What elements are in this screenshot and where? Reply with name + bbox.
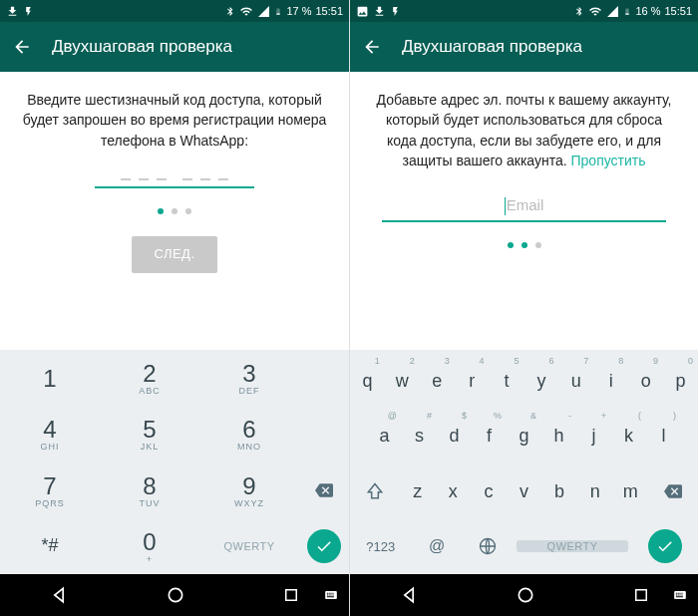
pin-input[interactable] [95, 178, 254, 188]
key-g[interactable]: &g [507, 409, 541, 463]
battery-pct: 16 % [635, 5, 660, 17]
key-h[interactable]: -h [541, 409, 576, 463]
page-title: Двухшаговая проверка [52, 37, 232, 57]
image-icon [356, 5, 369, 18]
qwerty-keyboard: 1q2w3e4r5t6y7u8i9o0p @a#s$d%f&g-h+j(k)l … [350, 350, 698, 574]
bolt-icon [23, 5, 34, 18]
key-globe[interactable] [463, 519, 514, 574]
content: Введите шестизначный код доступа, которы… [0, 72, 349, 350]
key-6[interactable]: 6MNO [199, 406, 299, 462]
key-s[interactable]: #s [402, 409, 437, 463]
nav-home-icon[interactable] [166, 585, 185, 605]
key-symbols[interactable]: ?123 [350, 519, 411, 574]
battery-icon [623, 5, 631, 18]
key-0[interactable]: 0+ [100, 518, 199, 574]
key-y[interactable]: 6y [524, 354, 559, 409]
step-dot [508, 242, 514, 248]
step-dot [172, 208, 177, 214]
bluetooth-icon [574, 5, 584, 18]
svg-rect-4 [635, 590, 646, 601]
next-button[interactable]: СЛЕД. [132, 236, 216, 273]
keyboard-icon[interactable] [321, 588, 341, 602]
screen-pin: 17 % 15:51 Двухшаговая проверка Введите … [0, 0, 349, 616]
key-x[interactable]: x [435, 464, 471, 519]
key-m[interactable]: m [613, 464, 649, 519]
key-b[interactable]: b [541, 464, 577, 519]
key-2[interactable]: 2ABC [100, 350, 199, 406]
key-i[interactable]: 8i [593, 354, 628, 409]
status-bar: 16 % 15:51 [350, 0, 698, 22]
key-f[interactable]: %f [472, 409, 507, 463]
key-space[interactable]: QWERTY [517, 540, 629, 552]
key-d[interactable]: $d [437, 409, 472, 463]
key-t[interactable]: 5t [490, 354, 524, 409]
app-bar: Двухшаговая проверка [350, 22, 698, 72]
key-o[interactable]: 9o [628, 354, 663, 409]
key-w[interactable]: 2w [385, 354, 420, 409]
nav-back-icon[interactable] [49, 585, 69, 605]
key-k[interactable]: (k [611, 409, 646, 463]
key-mode[interactable]: QWERTY [199, 518, 299, 574]
step-dot [185, 208, 191, 214]
key-backspace[interactable] [648, 464, 698, 519]
key-4[interactable]: 4GHI [0, 406, 100, 462]
key-at[interactable]: @ [411, 519, 462, 574]
step-dots [372, 242, 676, 248]
key-r[interactable]: 4r [455, 354, 490, 409]
wifi-icon [588, 5, 602, 18]
back-icon[interactable] [12, 37, 32, 57]
key-c[interactable]: c [471, 464, 507, 519]
email-placeholder: Email [507, 196, 544, 213]
skip-link[interactable]: Пропустить [571, 153, 646, 168]
key-7[interactable]: 7PQRS [0, 462, 100, 518]
email-input[interactable]: Email [382, 190, 666, 222]
back-icon[interactable] [362, 37, 382, 57]
bolt-icon [390, 5, 401, 18]
nav-home-icon[interactable] [516, 585, 535, 605]
key-l[interactable]: )l [646, 409, 681, 463]
key-a[interactable]: @a [367, 409, 402, 463]
bluetooth-icon [225, 5, 235, 18]
key-done[interactable] [631, 519, 698, 574]
status-bar: 17 % 15:51 [0, 0, 349, 22]
step-dots [22, 208, 327, 214]
key-u[interactable]: 7u [558, 354, 593, 409]
key-3[interactable]: 3DEF [199, 350, 299, 406]
step-dot [535, 242, 541, 248]
backspace-icon [661, 482, 685, 500]
clock: 15:51 [664, 5, 692, 17]
svg-point-3 [519, 588, 531, 601]
numeric-keypad: 1 2ABC 3DEF 4GHI 5JKL 6MNO 7PQRS 8TUV 9W… [0, 350, 349, 574]
key-v[interactable]: v [507, 464, 542, 519]
svg-point-0 [169, 588, 181, 601]
key-9[interactable]: 9WXYZ [199, 462, 299, 518]
check-icon [315, 537, 333, 555]
nav-bar [0, 574, 349, 616]
instructions: Добавьте адрес эл. почты к вашему аккаун… [372, 90, 676, 170]
step-dot [522, 242, 527, 248]
key-q[interactable]: 1q [350, 354, 385, 409]
key-shift[interactable] [350, 464, 400, 519]
key-j[interactable]: +j [576, 409, 611, 463]
key-n[interactable]: n [577, 464, 613, 519]
key-e[interactable]: 3e [420, 354, 455, 409]
nav-back-icon[interactable] [399, 585, 419, 605]
key-done[interactable] [299, 518, 349, 574]
download-icon [373, 5, 386, 18]
key-8[interactable]: 8TUV [100, 462, 199, 518]
key-5[interactable]: 5JKL [100, 406, 199, 462]
key-star[interactable]: *# [0, 518, 100, 574]
nav-recent-icon[interactable] [282, 586, 300, 604]
key-p[interactable]: 0p [663, 354, 698, 409]
nav-recent-icon[interactable] [632, 586, 650, 604]
check-icon [656, 537, 674, 555]
battery-pct: 17 % [286, 5, 311, 17]
signal-icon [257, 5, 270, 18]
key-1[interactable]: 1 [0, 350, 100, 406]
key-z[interactable]: z [400, 464, 436, 519]
key-backspace[interactable] [299, 462, 349, 518]
content: Добавьте адрес эл. почты к вашему аккаун… [350, 72, 698, 350]
globe-icon [478, 536, 498, 556]
keyboard-icon[interactable] [670, 588, 690, 602]
wifi-icon [239, 5, 253, 18]
